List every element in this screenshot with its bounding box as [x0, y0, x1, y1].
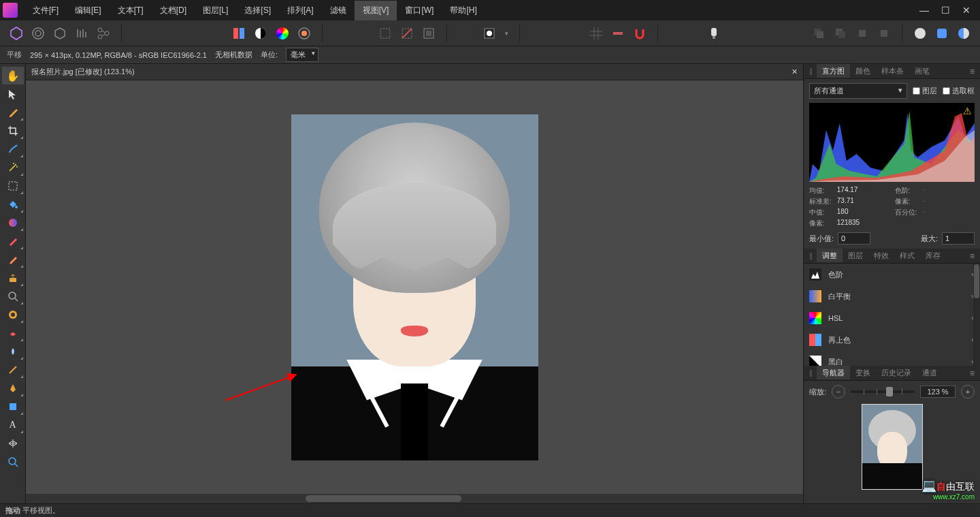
- zoom-in-button[interactable]: +: [961, 385, 975, 398]
- channel-dropdown[interactable]: 所有通道: [809, 83, 907, 99]
- menu-选择[S][interactable]: 选择[S]: [236, 1, 279, 20]
- min-input[interactable]: [838, 232, 870, 245]
- mesh-tool[interactable]: [2, 435, 24, 452]
- marquee-off-icon[interactable]: [397, 24, 416, 43]
- grid-ruler-icon[interactable]: [608, 24, 627, 43]
- close-button[interactable]: ✕: [962, 5, 970, 16]
- svg-point-45: [9, 458, 16, 465]
- tab-通道[interactable]: 通道: [917, 366, 943, 379]
- paint-brush-tool[interactable]: [2, 232, 24, 250]
- erase-tool[interactable]: [2, 251, 24, 268]
- menu-图层[L][interactable]: 图层[L]: [195, 1, 236, 20]
- menu-排列[A][interactable]: 排列[A]: [279, 1, 322, 20]
- adjust-scrollbar[interactable]: [973, 264, 980, 366]
- menu-滤镜[interactable]: 滤镜: [322, 1, 355, 20]
- menu-帮助[H][interactable]: 帮助[H]: [442, 1, 485, 20]
- adjustment-黑白[interactable]: 黑白▾: [804, 351, 980, 366]
- contrast-tool-icon[interactable]: [251, 24, 270, 43]
- color-picker-tool[interactable]: [2, 104, 24, 121]
- adjustment-HSL[interactable]: HSL▾: [804, 307, 980, 329]
- max-input[interactable]: [942, 232, 975, 245]
- persona-export-icon[interactable]: [94, 24, 113, 43]
- add-mask-icon[interactable]: [932, 24, 951, 43]
- tab-直方图[interactable]: 直方图: [817, 64, 850, 78]
- move-tool[interactable]: [2, 85, 24, 103]
- healing-tool[interactable]: [2, 324, 24, 342]
- canvas[interactable]: [26, 80, 803, 494]
- zoom-out-button[interactable]: −: [832, 385, 845, 398]
- layer-checkbox[interactable]: 图层: [913, 86, 937, 96]
- persona-liquify-icon[interactable]: [29, 24, 48, 43]
- tab-样式[interactable]: 样式: [894, 249, 920, 262]
- tab-调整[interactable]: 调整: [817, 249, 843, 262]
- panel-menu-icon[interactable]: ≡: [964, 67, 980, 76]
- zoom-tool[interactable]: [2, 287, 24, 305]
- swatch-tool-icon[interactable]: [229, 24, 248, 43]
- adjustment-再上色[interactable]: 再上色▾: [804, 329, 980, 351]
- window-controls: — ☐ ✕: [919, 5, 977, 16]
- crop-tool[interactable]: [2, 122, 24, 140]
- close-tab-icon[interactable]: ✕: [791, 67, 798, 76]
- blur-tool[interactable]: [2, 343, 24, 360]
- tab-样本条[interactable]: 样本条: [876, 64, 909, 78]
- menu-窗口[W][interactable]: 窗口[W]: [397, 1, 442, 20]
- magic-wand-tool[interactable]: [2, 159, 24, 176]
- dropdown-arrow-icon[interactable]: ▾: [502, 24, 511, 43]
- pan-tool[interactable]: ✋: [2, 67, 24, 84]
- svg-rect-26: [713, 36, 715, 39]
- assistant-icon[interactable]: [704, 24, 723, 43]
- snap-magnet-icon[interactable]: [630, 24, 649, 43]
- text-tool[interactable]: A: [2, 416, 24, 434]
- tab-导航器[interactable]: 导航器: [817, 366, 850, 379]
- right-panels: ∥ 直方图颜色样本条画笔 ≡ 所有通道 图层 选取框 ⚠ 均值:174.17: [803, 64, 980, 503]
- flood-fill-tool[interactable]: [2, 195, 24, 213]
- maximize-button[interactable]: ☐: [941, 5, 950, 16]
- view-tool[interactable]: [2, 453, 24, 471]
- menu-文档[D][interactable]: 文档[D]: [152, 1, 195, 20]
- add-layer-icon[interactable]: [911, 24, 930, 43]
- selection-checkbox[interactable]: 选取框: [943, 86, 975, 96]
- persona-photo-icon[interactable]: [7, 24, 26, 43]
- menu-文件[F][interactable]: 文件[F]: [24, 1, 67, 20]
- pen-tool[interactable]: [2, 379, 24, 397]
- persona-tone-icon[interactable]: [72, 24, 91, 43]
- menu-文本[T][interactable]: 文本[T]: [110, 1, 152, 20]
- wb-icon: [809, 290, 821, 302]
- marquee-rect-icon[interactable]: [376, 24, 395, 43]
- svg-point-40: [9, 292, 16, 299]
- minimize-button[interactable]: —: [919, 5, 929, 16]
- menu-编辑[E][interactable]: 编辑[E]: [67, 1, 110, 20]
- brush-selection-tool[interactable]: [2, 140, 24, 158]
- adjustment-白平衡[interactable]: 白平衡▾: [804, 285, 980, 307]
- gradient-tool[interactable]: [2, 214, 24, 232]
- document-tab[interactable]: 报名照片.jpg [已修改] (123.1%) ✕: [26, 64, 803, 80]
- zoom-value[interactable]: 123 %: [920, 386, 956, 398]
- quick-mask-icon[interactable]: [480, 24, 499, 43]
- unit-dropdown[interactable]: 毫米: [286, 48, 318, 62]
- adjustment-色阶[interactable]: 色阶▾: [804, 264, 980, 285]
- tab-变换[interactable]: 变换: [850, 366, 876, 379]
- tab-颜色[interactable]: 颜色: [850, 64, 876, 78]
- zoom-slider[interactable]: [851, 390, 915, 393]
- marquee-tool[interactable]: [2, 177, 24, 195]
- tab-特效[interactable]: 特效: [868, 249, 894, 262]
- menu-视图[V][interactable]: 视图[V]: [355, 1, 397, 20]
- clone-tool[interactable]: [2, 269, 24, 287]
- tab-库存[interactable]: 库存: [920, 249, 946, 262]
- tab-画笔[interactable]: 画笔: [909, 64, 935, 78]
- tab-历史记录[interactable]: 历史记录: [876, 366, 917, 379]
- persona-develop-icon[interactable]: [50, 24, 69, 43]
- smudge-tool[interactable]: [2, 361, 24, 379]
- grid-small-icon[interactable]: [587, 24, 606, 43]
- panel-menu-icon[interactable]: ≡: [964, 251, 980, 261]
- shape-tool[interactable]: [2, 398, 24, 416]
- panel-menu-icon[interactable]: ≡: [964, 369, 980, 378]
- add-adjust-icon[interactable]: [954, 24, 973, 43]
- svg-rect-7: [233, 28, 238, 39]
- inpaint-tool[interactable]: [2, 306, 24, 324]
- tab-图层[interactable]: 图层: [843, 249, 868, 262]
- color-wheel-icon[interactable]: [273, 24, 292, 43]
- clip-canvas-icon[interactable]: [419, 24, 438, 43]
- horizontal-scrollbar[interactable]: [26, 494, 803, 503]
- soft-proof-icon[interactable]: [295, 24, 314, 43]
